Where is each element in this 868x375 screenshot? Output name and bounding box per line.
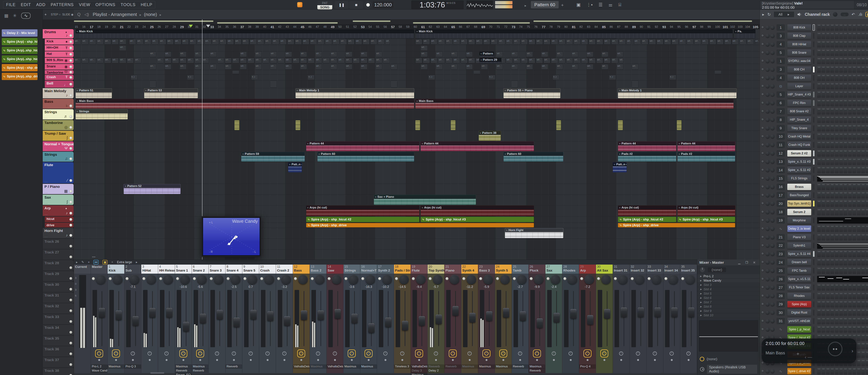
- pattern-cell-clip[interactable]: ≡P..: [150, 52, 156, 57]
- pattern-cell-clip[interactable]: ≡P..: [310, 39, 317, 44]
- step-cell[interactable]: [835, 301, 839, 308]
- strip-pan-knob[interactable]: [669, 275, 678, 284]
- step-cell[interactable]: [822, 125, 825, 131]
- pattern-cell-clip[interactable]: ≡P..: [308, 58, 314, 63]
- pattern-cell-clip[interactable]: ≡P..: [174, 39, 181, 44]
- step-cell[interactable]: [861, 50, 865, 56]
- pattern-cell-clip[interactable]: ≡P..: [182, 39, 189, 44]
- step-cell[interactable]: [830, 100, 834, 106]
- audio-clip-tab-icon[interactable]: ✳: [13, 13, 17, 19]
- mixer-strip-bass-3[interactable]: 23Bass 3-5.9Maximus△: [478, 264, 495, 373]
- pattern-cell-clip[interactable]: ≡P..: [89, 58, 96, 63]
- track-mute-led[interactable]: [69, 94, 72, 97]
- step-cell[interactable]: [830, 41, 834, 48]
- step-cell[interactable]: [843, 225, 847, 232]
- step-cell[interactable]: [835, 259, 839, 265]
- strip-clock-icon[interactable]: [449, 350, 456, 357]
- master-insert-slot[interactable]: ▶Wave Candy: [698, 279, 760, 283]
- step-cell[interactable]: [866, 91, 868, 98]
- track-header-track-33[interactable]: Track 33: [43, 314, 73, 324]
- step-cell[interactable]: [848, 309, 852, 316]
- picker-item[interactable]: ∿Delay 2 - Mix level: [2, 29, 37, 37]
- strip-route-dot[interactable]: [519, 359, 521, 361]
- ruler-bar-number[interactable]: 15: [75, 25, 78, 29]
- step-cell[interactable]: [861, 58, 865, 64]
- channel-mixer-target[interactable]: 12: [776, 150, 785, 157]
- step-cell[interactable]: [826, 150, 830, 157]
- step-cell[interactable]: [817, 368, 821, 374]
- pattern-cell-clip[interactable]: ≡P..: [556, 64, 563, 69]
- pattern-cell-clip[interactable]: ≡P..: [255, 52, 262, 57]
- pattern-cell-clip[interactable]: ≡P..: [626, 39, 631, 44]
- playlist-clip[interactable]: ≡Arps (hi cut): [306, 206, 420, 216]
- pattern-cell-clip[interactable]: ≡P..: [315, 58, 322, 63]
- ruler-bar-number[interactable]: 98: [700, 25, 703, 29]
- mixer-strip-sax[interactable]: 27Sax-2.4△: [546, 264, 562, 373]
- strip-route-dot[interactable]: [149, 359, 151, 361]
- strip-clock-icon[interactable]: [550, 350, 557, 357]
- track-header-track-28[interactable]: Track 28: [43, 260, 73, 271]
- strip-header[interactable]: 26Pluck: [529, 264, 545, 274]
- step-cell[interactable]: [861, 368, 865, 374]
- pattern-cell-clip[interactable]: ≡P..: [197, 39, 204, 44]
- strip-mute-led[interactable]: [597, 277, 600, 280]
- step-cell[interactable]: [852, 142, 856, 148]
- pattern-cell-clip[interactable]: ≡P..: [521, 58, 528, 63]
- strip-clock-icon[interactable]: [163, 350, 170, 357]
- channel-mute-led[interactable]: [761, 118, 764, 121]
- track-header-tamborine[interactable]: Tamborine◎: [45, 70, 73, 74]
- plugin-slot[interactable]: Delay 2: [428, 369, 444, 373]
- step-cell[interactable]: [830, 326, 834, 333]
- playlist-clip[interactable]: ≡Patt..n 49: [288, 162, 302, 173]
- channel-pan-knob[interactable]: [766, 42, 770, 46]
- step-cell[interactable]: [861, 192, 865, 198]
- step-cell[interactable]: [839, 309, 843, 316]
- ruler-bar-number[interactable]: 39: [255, 25, 259, 29]
- channel-select-strip[interactable]: [813, 302, 814, 307]
- ruler-bar-number[interactable]: 90: [640, 25, 643, 29]
- strip-clock-icon[interactable]: [146, 350, 153, 357]
- ruler-bar-number[interactable]: 53: [361, 25, 365, 29]
- plugin-slot[interactable]: Reeverb: [192, 369, 209, 373]
- ruler-bar-number[interactable]: 86: [610, 25, 613, 29]
- channel-pan-knob[interactable]: [766, 294, 770, 298]
- step-cell[interactable]: [830, 75, 834, 81]
- step-cell[interactable]: [857, 184, 861, 190]
- strip-route-dot[interactable]: [233, 359, 235, 361]
- channel-volume-knob[interactable]: [771, 185, 774, 189]
- pattern-cell-clip[interactable]: ≡P..: [415, 39, 422, 44]
- pattern-cell-clip[interactable]: ≡P..: [104, 39, 111, 44]
- channel-button[interactable]: 808 HiHat: [787, 41, 811, 48]
- ruler-bar-number[interactable]: 102: [730, 25, 735, 29]
- track-mute-led[interactable]: [69, 255, 72, 258]
- strip-mute-led[interactable]: [159, 277, 162, 280]
- step-cell[interactable]: [822, 83, 825, 89]
- fader-handle[interactable]: [301, 310, 307, 320]
- master-insert-slot[interactable]: ▶Slot 8: [698, 305, 760, 309]
- pattern-cell-clip[interactable]: [270, 81, 277, 88]
- step-cell[interactable]: [843, 33, 847, 39]
- channel-button[interactable]: FPC Rim: [787, 100, 811, 106]
- step-cell[interactable]: [866, 150, 868, 157]
- strip-pan-knob[interactable]: [551, 275, 560, 284]
- pattern-cell-clip[interactable]: ≡P..: [247, 58, 254, 63]
- step-cell[interactable]: [826, 33, 830, 39]
- step-cell[interactable]: [826, 368, 830, 374]
- menu-options[interactable]: OPTIONS: [95, 2, 116, 7]
- track-mute-led[interactable]: [69, 83, 72, 86]
- pattern-cell-clip[interactable]: ≡P..: [150, 64, 156, 69]
- step-cell[interactable]: [822, 33, 825, 39]
- playlist-clip[interactable]: ≡Arps (hi cut): [618, 206, 676, 216]
- step-cell[interactable]: [866, 268, 868, 274]
- step-cell[interactable]: [866, 335, 868, 341]
- strip-header[interactable]: 3HiHat: [141, 264, 158, 274]
- pattern-cell-clip[interactable]: ≡P..: [586, 52, 593, 57]
- mixer-strip-piano[interactable]: 21PianoReeverb△: [444, 264, 461, 373]
- step-cell[interactable]: [822, 268, 825, 274]
- track-mute-led[interactable]: [69, 47, 72, 50]
- channel-mute-led[interactable]: [761, 26, 764, 29]
- strip-route-dot[interactable]: [502, 359, 504, 361]
- playlist-clip[interactable]: ≡Main Bass: [415, 99, 734, 109]
- ruler-bar-number[interactable]: 63: [436, 25, 439, 29]
- ruler-bar-number[interactable]: 23: [135, 25, 138, 29]
